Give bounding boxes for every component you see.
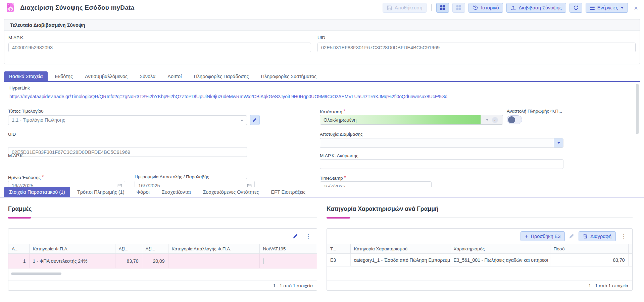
cancellation-mark-label: Μ.ΑΡ.Κ. Ακύρωσης — [320, 153, 358, 158]
horizontal-scrollbar[interactable] — [11, 273, 61, 275]
timestamp-field[interactable]: 16/7/2025 — [320, 181, 432, 187]
issue-date-required-marker: * — [42, 174, 44, 180]
tab-taxes[interactable]: Φόροι — [132, 187, 155, 197]
save-icon — [387, 5, 392, 10]
characterizations-heading: Κατηγορία Χαρακτηρισμών ανά Γραμμή — [327, 205, 439, 213]
notvat195-checkbox[interactable] — [263, 258, 264, 264]
hyperlink-url[interactable]: https://mydataapidev.aade.gr/TimologioQR… — [9, 94, 447, 99]
transmit-summary-label: Διαβίβαση Σύνοψης — [518, 5, 561, 10]
save-button[interactable]: Αποθήκευση — [383, 3, 427, 13]
lines-footer: 1 - 1 από 1 στοιχεία — [8, 281, 317, 290]
close-icon[interactable]: × — [634, 4, 638, 11]
transmit-summary-button[interactable]: Διαβίβαση Σύνοψης — [506, 3, 566, 13]
page-title: Διαχείριση Σύνοψης Εσόδου myData — [20, 4, 134, 11]
dispatch-date-field[interactable]: 16/7/2025 — [135, 181, 255, 187]
col-vat-exemption[interactable]: Κατηγορία Απαλλαγής Φ.Π.Α. — [168, 244, 259, 254]
characterizations-heading-underline — [327, 217, 633, 219]
document-dollar-icon: $ — [6, 3, 15, 12]
delete-button[interactable]: Διαγραφή — [579, 231, 616, 241]
last-mark-field[interactable]: 400001952982093 — [8, 43, 311, 52]
layout-grid-view-button[interactable] — [436, 3, 449, 13]
tab-correlated[interactable]: Συσχετίζονται — [157, 187, 196, 197]
tab-other[interactable]: Λοιποί — [162, 71, 187, 81]
col-aa[interactable]: Α... — [8, 244, 29, 254]
tab-document-lines[interactable]: Στοιχεία Παραστατικού (1) — [4, 187, 70, 197]
tab-issuer[interactable]: Εκδότης — [50, 71, 78, 81]
transmission-failure-label: Αποτυχία Διαβίβασης — [320, 132, 363, 137]
main-tabs: Βασικά Στοιχεία Εκδότης Αντισυμβαλλόμενο… — [4, 71, 640, 81]
uid-field[interactable]: 02E5D31EF83F301F67C3C28D0DBFDE4BC5C91969 — [8, 147, 247, 157]
col-amount[interactable]: Ποσό — [550, 244, 628, 254]
col-vat-value[interactable]: Αξί... — [142, 244, 168, 254]
calendar-icon[interactable] — [247, 183, 252, 187]
characterizations-row[interactable]: Ε3 category1_1 - Έσοδα από Πώληση Εμπορε… — [327, 254, 632, 266]
lines-header-row: Α... Κατηγορία Φ.Π.Α. Αξί... Αξί... Κατη… — [8, 244, 317, 254]
invoice-type-value: 1.1 - Τιμολόγιο Πώλησης — [12, 117, 65, 123]
detail-section: Στοιχεία Παραστατικού (1) Τρόποι Πληρωμή… — [0, 187, 644, 302]
lines-row[interactable]: 1 1 - ΦΠΑ συντελεστής 24% 83,70 20,09 — [8, 254, 317, 268]
transmission-failure-dropdown[interactable] — [320, 138, 563, 148]
tab-counterparty[interactable]: Αντισυμβαλλόμενος — [80, 71, 133, 81]
col-category[interactable]: Κατηγορία Χαρακτηρισμού — [350, 244, 450, 254]
add-e3-button[interactable]: + Προσθήκη Ε3 — [521, 231, 565, 241]
calendar-icon[interactable] — [117, 183, 122, 187]
history-button[interactable]: Ιστορικό — [468, 3, 503, 13]
pink-accent-bar — [327, 217, 350, 219]
tab-totals[interactable]: Σύνολα — [135, 71, 160, 81]
cell-amount: 83,70 — [550, 254, 628, 266]
tab-basic-info[interactable]: Βασικά Στοιχεία — [4, 71, 48, 81]
status-info-icon[interactable]: i — [492, 117, 498, 123]
tab-delivery-info[interactable]: Πληροφορίες Παράδοσης — [189, 71, 254, 81]
cancellation-mark-field[interactable] — [320, 159, 563, 169]
cell-aa: 1 — [8, 254, 29, 268]
characterizations-kebab-menu[interactable]: ⋮ — [620, 233, 628, 239]
invoice-type-field[interactable]: 1.1 - Τιμολόγιο Πώλησης — [8, 115, 247, 125]
vertical-scrollbar[interactable] — [636, 84, 639, 134]
col-spacer — [628, 244, 632, 254]
vat-suspension-toggle[interactable] — [507, 115, 522, 124]
status-required-marker: * — [343, 109, 345, 114]
last-transmitted-summary-panel: Τελευταία Διαβιβασμένη Σύνοψη Μ.ΑΡ.Κ. 40… — [4, 19, 640, 64]
actions-menu-button[interactable]: Ενέργειες — [586, 3, 628, 13]
issue-date-field[interactable]: 16/7/2025 — [8, 181, 125, 187]
col-vat-category[interactable]: Κατηγορία Φ.Π.Α. — [29, 244, 115, 254]
cell-vat-category: 1 - ΦΠΑ συντελεστής 24% — [29, 254, 115, 268]
invoice-type-caret-icon[interactable] — [241, 120, 243, 121]
menu-bars-icon — [590, 6, 595, 10]
cell-category: category1_1 - Έσοδα από Πώληση Εμπορευμ — [350, 254, 450, 266]
invoice-type-edit-button[interactable] — [250, 115, 260, 125]
tab-system-info[interactable]: Πληροφορίες Συστήματος — [256, 71, 321, 81]
trash-icon — [583, 234, 588, 239]
col-notvat195[interactable]: NotVAT195 — [259, 244, 317, 254]
refresh-button[interactable] — [569, 3, 582, 13]
lines-heading-underline — [8, 217, 317, 219]
transmission-failure-caret-button[interactable] — [554, 138, 563, 147]
history-icon — [473, 5, 478, 10]
layout-tiles-view-button[interactable] — [452, 3, 465, 13]
cell-characterization: Ε3_561_001 - Πωλήσεις αγαθών και υπηρεσι — [450, 254, 550, 266]
chevron-down-icon — [557, 142, 560, 144]
status-caret-icon[interactable] — [486, 119, 489, 121]
characterizations-edit-button[interactable] — [569, 233, 575, 239]
last-uid-field[interactable]: 02E5D31EF83F301F67C3C28D0DBFDE4BC5C91969 — [317, 43, 636, 52]
tab-eft-collections[interactable]: EFT Εισπράξεις — [266, 187, 310, 197]
lines-edit-button[interactable] — [293, 233, 298, 239]
top-bar: $ Διαχείριση Σύνοψης Εσόδου myData Αποθή… — [0, 0, 644, 15]
basic-info-content: HyperLink https://mydataapidev.aade.gr/T… — [4, 82, 640, 187]
tab-related-entities[interactable]: Συσχετιζόμενες Οντότητες — [198, 187, 264, 197]
col-characterization[interactable]: Χαρακτηρισμός — [450, 244, 550, 254]
col-type[interactable]: Τ... — [327, 244, 350, 254]
cell-vat-exemption — [168, 254, 259, 268]
lines-heading: Γραμμές — [8, 205, 32, 213]
transmission-failure-value — [320, 138, 554, 147]
col-net-value[interactable]: Αξί... — [115, 244, 142, 254]
tab-payment-methods[interactable]: Τρόποι Πληρωμής (1) — [72, 187, 130, 197]
pink-accent-bar — [8, 217, 31, 219]
mark-label: Μ.ΑΡ.Κ. — [8, 153, 24, 158]
lines-kebab-menu[interactable]: ⋮ — [304, 233, 312, 239]
characterizations-header-row: Τ... Κατηγορία Χαρακτηρισμού Χαρακτηρισμ… — [327, 244, 632, 254]
upload-icon — [511, 5, 516, 10]
chevron-down-icon — [621, 7, 624, 9]
status-field[interactable]: Ολοκληρωμένη i — [320, 115, 503, 125]
characterizations-table: Τ... Κατηγορία Χαρακτηρισμού Χαρακτηρισμ… — [327, 244, 632, 266]
